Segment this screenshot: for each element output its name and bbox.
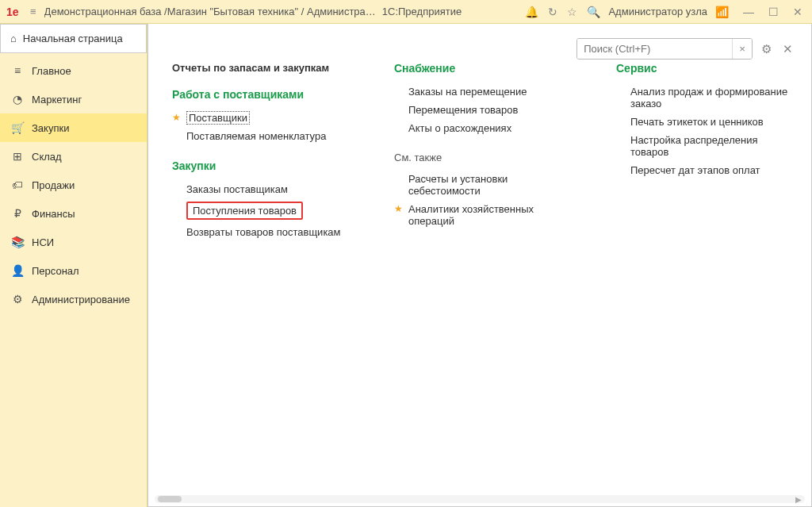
content-area: Отчеты по запасам и закупкам Работа с по… [148, 24, 811, 506]
service-list: Анализ продаж и формирование заказоПечат… [616, 83, 799, 179]
column-1: Отчеты по запасам и закупкам Работа с по… [172, 62, 354, 498]
sidebar-item-3[interactable]: ⊞Склад [0, 142, 147, 171]
title-bar: 1e ≡ Демонстрационная база /Магазин "Быт… [0, 0, 812, 24]
nav-label: Главное [32, 65, 71, 77]
home-label: Начальная страница [23, 33, 123, 44]
link[interactable]: Печать этикеток и ценников [630, 116, 764, 128]
gear-icon[interactable]: ⚙ [759, 42, 774, 56]
search-input[interactable] [577, 39, 732, 59]
nav-list: ≡Главное◔Маркетинг🛒Закупки⊞Склад🏷Продажи… [0, 53, 147, 313]
list-item: Анализ продаж и формирование заказо [616, 83, 799, 113]
close-button[interactable]: ✕ [790, 6, 806, 18]
supply-list: Заказы на перемещениеПеремещения товаров… [394, 83, 576, 137]
nav-label: Склад [32, 151, 62, 163]
list-item: Расчеты и установки себестоимости [394, 170, 576, 200]
link[interactable]: Поставляемая номенклатура [186, 130, 326, 142]
link[interactable]: Заказы поставщикам [186, 183, 288, 195]
nav-label: Финансы [32, 208, 75, 220]
nav-icon: 🛒 [11, 121, 24, 134]
link[interactable]: Анализ продаж и формирование заказо [630, 86, 787, 109]
svg-text:1e: 1e [6, 6, 19, 18]
window-title: Демонстрационная база /Магазин "Бытовая … [44, 6, 376, 17]
link[interactable]: Поступления товаров [186, 205, 303, 217]
star-icon: ★ [394, 203, 403, 214]
list-item: Поставляемая номенклатура [172, 127, 354, 145]
purchases-list: Заказы поставщикамПоступления товаровВоз… [172, 180, 354, 241]
list-item: ★Аналитики хозяйственных операций [394, 200, 576, 230]
app-name: 1С:Предприятие [382, 6, 462, 17]
nav-icon: ⚙ [11, 293, 24, 305]
search-icon[interactable]: 🔍 [587, 6, 600, 18]
window-controls: — ☐ ✕ [740, 6, 806, 18]
see-also-list: Расчеты и установки себестоимости★Аналит… [394, 170, 576, 230]
link[interactable]: Пересчет дат этапов оплат [630, 164, 760, 176]
list-item: Поступления товаров [172, 198, 354, 223]
list-item: Перемещения товаров [394, 101, 576, 119]
app-logo: 1e [6, 6, 25, 18]
home-link[interactable]: ⌂ Начальная страница [0, 24, 147, 53]
nav-label: Персонал [32, 265, 79, 277]
nav-label: Администрирование [32, 294, 130, 305]
menu-lines-icon[interactable]: 📶 [715, 6, 729, 18]
home-icon: ⌂ [10, 33, 17, 44]
sidebar-item-1[interactable]: ◔Маркетинг [0, 85, 147, 113]
link[interactable]: Возвраты товаров поставщикам [186, 226, 341, 238]
link[interactable]: Заказы на перемещение [408, 86, 527, 98]
link[interactable]: Расчеты и установки себестоимости [408, 173, 508, 197]
nav-icon: ₽ [11, 207, 24, 220]
history-icon[interactable]: ↻ [548, 6, 557, 18]
sidebar-item-6[interactable]: 📚НСИ [0, 228, 147, 256]
minimize-button[interactable]: — [740, 6, 757, 18]
link[interactable]: Аналитики хозяйственных операций [408, 203, 534, 227]
suppliers-list: ★ПоставщикиПоставляемая номенклатура [172, 109, 354, 145]
sidebar-item-0[interactable]: ≡Главное [0, 56, 147, 85]
sidebar-item-7[interactable]: 👤Персонал [0, 256, 147, 285]
username-label[interactable]: Администратор узла [608, 6, 707, 17]
sidebar-item-2[interactable]: 🛒Закупки [0, 113, 147, 142]
suppliers-heading: Работа с поставщиками [172, 88, 354, 101]
nav-label: НСИ [32, 236, 54, 248]
list-item: Заказы на перемещение [394, 83, 576, 101]
see-also-label: См. также [394, 152, 576, 163]
nav-label: Маркетинг [32, 94, 82, 106]
list-item: Печать этикеток и ценников [616, 113, 799, 131]
nav-icon: 🏷 [11, 179, 24, 191]
list-item: Акты о расхождениях [394, 119, 576, 137]
sidebar-item-8[interactable]: ⚙Администрирование [0, 285, 147, 313]
maximize-button[interactable]: ☐ [765, 6, 782, 18]
list-item: Настройка распределения товаров [616, 131, 799, 161]
star-icon[interactable]: ☆ [567, 6, 577, 18]
link[interactable]: Поставщики [186, 111, 250, 125]
service-heading: Сервис [616, 62, 799, 75]
scroll-thumb[interactable] [158, 496, 182, 502]
nav-icon: ≡ [11, 64, 24, 77]
close-panel-icon[interactable]: ✕ [780, 42, 795, 56]
column-2: Снабжение Заказы на перемещениеПеремещен… [394, 62, 576, 498]
main-panel: × ⚙ ✕ Отчеты по запасам и закупкам Работ… [147, 24, 812, 507]
sidebar-item-4[interactable]: 🏷Продажи [0, 171, 147, 199]
scroll-right-arrow[interactable]: ▶ [795, 495, 802, 504]
star-icon: ★ [172, 112, 181, 123]
list-item: Возвраты товаров поставщикам [172, 223, 354, 241]
search-field-wrap: × [576, 38, 753, 60]
supply-heading: Снабжение [394, 62, 576, 75]
link[interactable]: Настройка распределения товаров [630, 134, 757, 158]
list-item: Заказы поставщикам [172, 180, 354, 198]
list-item: Пересчет дат этапов оплат [616, 161, 799, 179]
nav-icon: 👤 [11, 264, 24, 277]
nav-label: Продажи [32, 179, 75, 191]
list-item: ★Поставщики [172, 109, 354, 127]
reports-title[interactable]: Отчеты по запасам и закупкам [172, 62, 354, 74]
search-clear-button[interactable]: × [732, 39, 752, 59]
nav-icon: ⊞ [11, 150, 24, 163]
bell-icon[interactable]: 🔔 [525, 6, 538, 18]
menu-icon[interactable]: ≡ [30, 6, 36, 17]
sidebar: ⌂ Начальная страница ≡Главное◔Маркетинг🛒… [0, 24, 147, 507]
nav-icon: 📚 [11, 236, 24, 248]
sidebar-item-5[interactable]: ₽Финансы [0, 199, 147, 228]
horizontal-scrollbar[interactable]: ▶ [155, 495, 805, 503]
link[interactable]: Акты о расхождениях [408, 122, 511, 134]
link[interactable]: Перемещения товаров [408, 104, 518, 116]
panel-toolbar: × ⚙ ✕ [576, 38, 795, 60]
nav-icon: ◔ [11, 93, 24, 106]
